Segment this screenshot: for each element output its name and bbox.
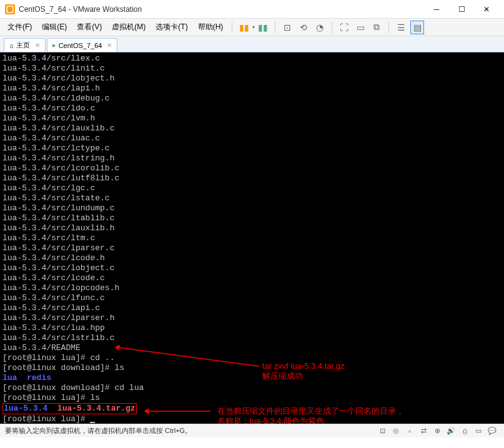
tab-bar: ⌂ 主页 ✕ ▸ CentOS_7_64 ✕ bbox=[0, 36, 504, 52]
home-icon: ⌂ bbox=[9, 42, 14, 49]
output-line: lua-5.3.4/src/lstring.h bbox=[2, 153, 502, 163]
device-network-icon[interactable]: ⇄ bbox=[418, 426, 429, 437]
separator bbox=[388, 22, 389, 33]
output-line: lua-5.3.4/src/lvm.h bbox=[2, 114, 502, 124]
output-line: lua-5.3.4/src/ldebug.c bbox=[2, 94, 502, 104]
output-line: lua-5.3.4/src/linit.c bbox=[2, 64, 502, 74]
output-line: lua-5.3.4/src/lcorolib.c bbox=[2, 163, 502, 173]
output-line: lua-5.3.4/src/ltablib.c bbox=[2, 213, 502, 223]
tab-close-icon[interactable]: ✕ bbox=[107, 42, 112, 49]
output-line: lua-5.3.4/src/lua.hpp bbox=[2, 323, 502, 333]
device-printer-icon[interactable]: ⎙ bbox=[459, 426, 470, 437]
output-line: lua-5.3.4/README bbox=[2, 343, 502, 353]
window-title: CentOS_7_64 - VMware Workstation bbox=[19, 5, 424, 14]
output-line: lua-5.3.4/src/ltm.c bbox=[2, 233, 502, 243]
minimize-button[interactable]: ─ bbox=[424, 1, 449, 18]
maximize-button[interactable]: ☐ bbox=[449, 1, 474, 18]
pause-icon[interactable]: ▮▮ bbox=[237, 21, 251, 34]
output-line: lua-5.3.4/src/ldo.c bbox=[2, 104, 502, 114]
window-titlebar: CentOS_7_64 - VMware Workstation ─ ☐ ✕ bbox=[0, 0, 504, 19]
output-line: lua-5.3.4/src/llex.c bbox=[2, 54, 502, 64]
device-display-icon[interactable]: ▭ bbox=[473, 426, 484, 437]
message-icon[interactable]: 💬 bbox=[487, 426, 498, 437]
separator bbox=[332, 22, 332, 33]
menu-vm[interactable]: 虚拟机(M) bbox=[107, 19, 151, 36]
unity-icon[interactable]: ▭ bbox=[353, 21, 367, 34]
menu-view[interactable]: 查看(V) bbox=[72, 19, 107, 36]
app-icon bbox=[5, 4, 15, 14]
output-line: lua-5.3.4/src/lcode.h bbox=[2, 253, 502, 263]
ls-output: lua redis bbox=[2, 373, 502, 383]
output-line: lua-5.3.4/src/lgc.c bbox=[2, 183, 502, 193]
fullscreen-icon[interactable]: ⛶ bbox=[337, 21, 351, 34]
menu-help[interactable]: 帮助(H) bbox=[193, 19, 229, 36]
output-line: lua-5.3.4/src/lstrlib.c bbox=[2, 333, 502, 343]
terminal-output[interactable]: lua-5.3.4/src/llex.c lua-5.3.4/src/linit… bbox=[0, 52, 504, 424]
output-line: lua-5.3.4/src/lauxlib.h bbox=[2, 223, 502, 233]
prompt-line: [root@linux download]# ls bbox=[2, 363, 502, 373]
output-line: lua-5.3.4/src/lstate.c bbox=[2, 193, 502, 203]
output-line: lua-5.3.4/src/lundump.c bbox=[2, 203, 502, 213]
statusbar: 要将输入定向到该虚拟机，请在虚拟机内部单击或按 Ctrl+G。 ⊡ ◎ ▫ ⇄ … bbox=[0, 424, 504, 437]
output-line: lua-5.3.4/src/luac.c bbox=[2, 134, 502, 144]
prompt-line: [root@linux lua]# bbox=[2, 414, 502, 424]
device-sound-icon[interactable]: 🔊 bbox=[445, 426, 457, 437]
prompt-line: [root@linux lua]# cd .. bbox=[2, 353, 502, 363]
output-line: lua-5.3.4/src/lopcodes.h bbox=[2, 283, 502, 293]
device-disk-icon[interactable]: ⊡ bbox=[377, 426, 388, 437]
statusbar-text: 要将输入定向到该虚拟机，请在虚拟机内部单击或按 Ctrl+G。 bbox=[5, 426, 375, 436]
tab-home[interactable]: ⌂ 主页 ✕ bbox=[4, 38, 46, 52]
menu-edit[interactable]: 编辑(E) bbox=[37, 19, 72, 36]
tab-centos[interactable]: ▸ CentOS_7_64 ✕ bbox=[47, 38, 118, 52]
prompt-line: [root@linux download]# cd lua bbox=[2, 383, 502, 393]
output-line: lua-5.3.4/src/lcode.c bbox=[2, 273, 502, 283]
vm-icon: ▸ bbox=[52, 41, 56, 49]
output-line: lua-5.3.4/src/lapi.h bbox=[2, 84, 502, 94]
output-line: lua-5.3.4/src/lfunc.c bbox=[2, 293, 502, 303]
output-line: lua-5.3.4/src/lauxlib.c bbox=[2, 124, 502, 134]
device-cd-icon[interactable]: ◎ bbox=[390, 426, 402, 437]
tab-label: 主页 bbox=[16, 41, 30, 50]
thumbnail-icon[interactable]: ▤ bbox=[410, 21, 424, 34]
output-line: lua-5.3.4/src/lapi.c bbox=[2, 303, 502, 313]
device-usb-icon[interactable]: ⊕ bbox=[432, 426, 443, 437]
manage-icon[interactable]: ◔ bbox=[313, 21, 327, 34]
tab-label: CentOS_7_64 bbox=[59, 42, 102, 49]
revert-icon[interactable]: ⟲ bbox=[297, 21, 310, 34]
ls-output: lua-5.3.4 lua-5.3.4.tar.gz bbox=[2, 403, 502, 414]
prompt-line: [root@linux lua]# ls bbox=[2, 393, 502, 403]
library-icon[interactable]: ☰ bbox=[394, 21, 408, 34]
menubar: 文件(F) 编辑(E) 查看(V) 虚拟机(M) 选项卡(T) 帮助(H) ▮▮… bbox=[0, 19, 504, 36]
play-icon[interactable]: ▮▮ bbox=[256, 21, 270, 34]
svg-rect-0 bbox=[7, 6, 13, 12]
menu-file[interactable]: 文件(F) bbox=[2, 19, 37, 36]
output-line: lua-5.3.4/src/lobject.h bbox=[2, 74, 502, 84]
separator bbox=[275, 22, 275, 33]
output-line: lua-5.3.4/src/lparser.h bbox=[2, 313, 502, 323]
dropdown-arrow-icon[interactable]: ▾ bbox=[252, 24, 255, 30]
output-line: lua-5.3.4/src/lobject.c bbox=[2, 263, 502, 273]
multimon-icon[interactable]: ⧉ bbox=[370, 21, 383, 34]
snapshot-icon[interactable]: ⊡ bbox=[280, 21, 294, 34]
device-floppy-icon[interactable]: ▫ bbox=[404, 426, 415, 437]
output-line: lua-5.3.4/src/lutf8lib.c bbox=[2, 173, 502, 183]
separator bbox=[232, 22, 232, 33]
output-line: lua-5.3.4/src/lparser.c bbox=[2, 243, 502, 253]
menu-tabs[interactable]: 选项卡(T) bbox=[151, 19, 192, 36]
output-line: lua-5.3.4/src/lctype.c bbox=[2, 144, 502, 153]
close-button[interactable]: ✕ bbox=[474, 1, 499, 18]
tab-close-icon[interactable]: ✕ bbox=[35, 42, 40, 49]
